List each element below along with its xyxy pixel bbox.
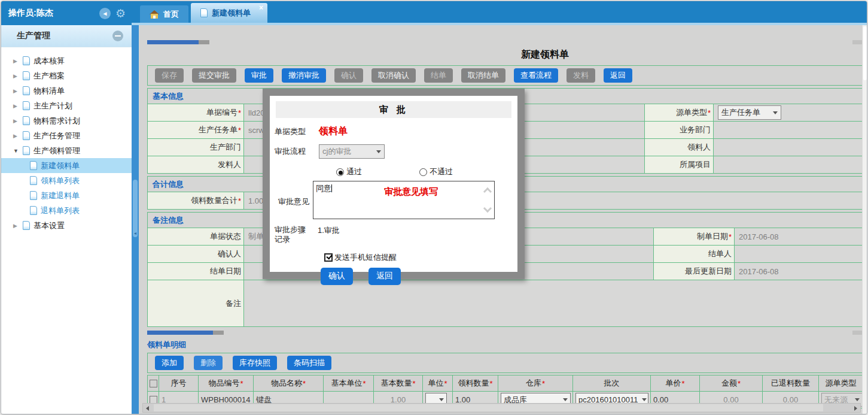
mid-scrollbar[interactable] [147, 331, 863, 335]
gear-icon[interactable]: ⚙ [115, 8, 126, 19]
source-type-select[interactable]: 生产任务单 [718, 105, 781, 120]
添加-button[interactable]: 添加 [155, 356, 184, 370]
required-mark: * [708, 108, 711, 117]
column-header: 领料数量* [452, 375, 498, 391]
tab-bar: 首页新建领料单× [132, 1, 867, 25]
close-icon[interactable]: × [259, 4, 263, 12]
sidebar-item-物料清单[interactable]: ▶物料清单 [1, 83, 132, 98]
doc-type-value: 领料单 [319, 125, 348, 138]
返回-button[interactable]: 返回 [604, 68, 632, 83]
scroll-down-icon[interactable] [483, 204, 492, 213]
sidebar-item-基本设置[interactable]: ▶基本设置 [1, 218, 132, 233]
sidebar-item-生产任务管理[interactable]: ▶生产任务管理 [1, 128, 132, 143]
chevron-right-icon: ▶ [13, 103, 19, 109]
sidebar-item-生产档案[interactable]: ▶生产档案 [1, 68, 132, 83]
splitter-thumb[interactable]: ◄ [133, 180, 138, 237]
form-row: 备注 [148, 280, 863, 326]
radio-fail-option[interactable]: 不通过 [419, 166, 453, 177]
document-icon [200, 8, 208, 17]
结单-button[interactable]: 结单 [424, 68, 453, 83]
bottom-scroll-thumb[interactable] [154, 404, 823, 411]
field-label: 领料数量合计* [148, 192, 243, 209]
textarea-scrollbar[interactable] [483, 181, 493, 219]
opinion-textarea[interactable]: 同意 审批意见填写 [313, 181, 495, 219]
审批-button[interactable]: 审批 [245, 68, 273, 83]
scroll-right-icon[interactable] [854, 406, 857, 411]
chevron-down-icon [563, 398, 568, 401]
required-mark: * [444, 379, 447, 388]
field-value[interactable]: 2017-06-08 [734, 263, 863, 280]
modal-back-button[interactable]: 返回 [368, 268, 401, 285]
scroll-up-icon[interactable] [483, 187, 492, 196]
撤消审批-button[interactable]: 撤消审批 [282, 68, 326, 83]
取消结单-button[interactable]: 取消结单 [461, 68, 505, 83]
home-icon [150, 10, 159, 19]
field-value[interactable] [243, 280, 863, 326]
确认-button[interactable]: 确认 [334, 68, 363, 83]
required-mark: * [303, 379, 306, 388]
sidebar-item-物料需求计划[interactable]: ▶物料需求计划 [1, 113, 132, 128]
sidebar-item-新建退料单[interactable]: 新建退料单 [1, 188, 132, 203]
条码扫描-button[interactable]: 条码扫描 [287, 356, 331, 370]
opinion-hint: 审批意见填写 [384, 186, 438, 198]
radio-fail-icon[interactable] [419, 168, 427, 176]
nav-tree: ▶成本核算▶生产档案▶物料清单▶主生产计划▶物料需求计划▶生产任务管理▼生产领料… [1, 47, 132, 233]
radio-pass-option[interactable]: 通过 [336, 166, 362, 177]
发料-button[interactable]: 发料 [567, 68, 595, 83]
field-value[interactable]: 生产任务单 [713, 104, 863, 121]
column-header: 单价* [650, 375, 699, 391]
field-value[interactable] [713, 122, 863, 138]
sidebar-item-领料单列表[interactable]: 领料单列表 [1, 173, 132, 188]
field-label: 结单日期 [148, 263, 243, 280]
field-label: 领料人 [644, 139, 713, 156]
required-mark: * [238, 196, 241, 205]
sidebar-item-新建领料单[interactable]: 新建领料单 [1, 158, 132, 173]
field-value[interactable]: 2017-06-08 [734, 228, 863, 245]
field-label: 最后更新日期 [653, 263, 734, 280]
sidebar-item-退料单列表[interactable]: 退料单列表 [1, 203, 132, 218]
flow-label: 审批流程 [275, 146, 319, 157]
modal-title: 审 批 [276, 101, 511, 118]
查看流程-button[interactable]: 查看流程 [514, 68, 558, 83]
sidebar-panel-header[interactable]: 生产管理 [1, 25, 132, 47]
sms-checkbox[interactable] [324, 253, 333, 262]
field-label: 确认人 [148, 246, 243, 262]
sidebar-item-生产领料管理[interactable]: ▼生产领料管理 [1, 143, 132, 158]
top-scrollbar[interactable] [147, 40, 863, 44]
flow-select[interactable]: cj的审批 [319, 144, 385, 159]
sidebar-item-成本核算[interactable]: ▶成本核算 [1, 53, 132, 68]
modal-confirm-button[interactable]: 确认 [321, 268, 353, 285]
radio-row: 通过 不通过 [270, 166, 517, 177]
删除-button[interactable]: 删除 [194, 356, 223, 370]
required-mark: * [238, 126, 241, 135]
collapse-back-icon[interactable]: ◄ [99, 8, 111, 19]
required-mark: * [363, 379, 366, 388]
required-mark: * [238, 108, 241, 117]
required-mark: * [542, 379, 545, 388]
提交审批-button[interactable]: 提交审批 [192, 68, 236, 83]
bottom-scrollbar[interactable] [142, 403, 861, 413]
detail-header-row: 序号物品编号*物品名称*基本单位*基本数量*单位*领料数量*仓库*批次单价*金额… [148, 375, 863, 391]
取消确认-button[interactable]: 取消确认 [371, 68, 416, 83]
column-header: 批次 [572, 375, 650, 391]
radio-pass-icon[interactable] [336, 168, 344, 176]
vertical-scrollbar[interactable] [862, 25, 867, 414]
field-label: 业务部门 [644, 122, 713, 138]
steps-row: 审批步骤记录 1.审批 [270, 225, 517, 245]
scroll-left-icon[interactable] [146, 406, 149, 411]
tab-首页[interactable]: 首页 [140, 5, 188, 23]
保存-button[interactable]: 保存 [155, 68, 184, 83]
document-icon [23, 131, 30, 140]
sidebar-splitter[interactable]: ◄ [132, 25, 139, 414]
tab-新建领料单[interactable]: 新建领料单× [191, 3, 267, 23]
document-icon [30, 176, 37, 185]
field-value[interactable] [713, 156, 863, 173]
库存快照-button[interactable]: 库存快照 [233, 356, 277, 370]
detail-section-title: 领料单明细 [147, 340, 863, 352]
collapse-panel-icon[interactable] [112, 31, 123, 41]
sidebar-item-主生产计划[interactable]: ▶主生产计划 [1, 98, 132, 113]
app-window: 操作员:陈杰 ◄ ⚙ 首页新建领料单× 生产管理 ▶成本核算▶生产档案▶物料清单… [1, 1, 867, 414]
select-all-checkbox[interactable] [150, 380, 157, 387]
field-value[interactable] [734, 246, 863, 262]
field-value[interactable] [713, 139, 863, 156]
